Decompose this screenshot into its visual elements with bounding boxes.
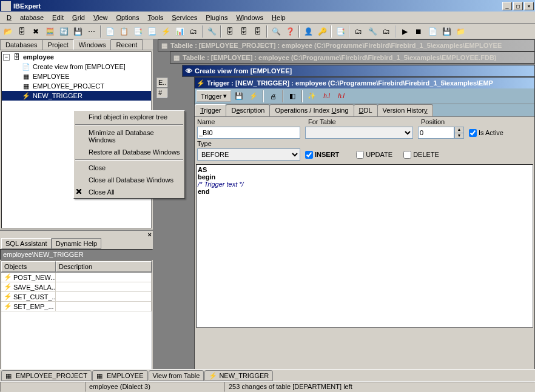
isactive-checkbox[interactable] [469, 129, 477, 137]
toolbar-button-6[interactable]: ⋯ [85, 25, 98, 38]
menu-services[interactable]: Services [167, 13, 201, 22]
minimize-button[interactable]: _ [502, 2, 512, 10]
close-button[interactable]: × [524, 2, 534, 10]
list-item[interactable]: ⚡POST_NEW... [1, 273, 56, 282]
btab-employee[interactable]: ▦EMPLOYEE [92, 370, 148, 381]
trigger-menu-button[interactable]: Trigger ▾ [197, 90, 231, 102]
ctx-restore-all[interactable]: Restore all Database Windows [74, 146, 184, 158]
tree-item[interactable]: ▦ EMPLOYEE [2, 71, 151, 81]
toolbar-button-9[interactable]: 📋 [117, 25, 130, 38]
toolbar-button-20[interactable]: 🗄 [251, 25, 264, 38]
toolbar-button-30[interactable]: 🗂 [352, 25, 365, 38]
list-item[interactable]: ⚡SAVE_SALA... [1, 282, 56, 291]
mdi-window[interactable]: 👁Create view from [EMPLOYEE] [182, 65, 535, 77]
mdi-window[interactable]: ▦Tabelle : [EMPLOYEE] : employee (C:\Pro… [170, 51, 535, 64]
toolbar-button-5[interactable]: 💾 [71, 25, 84, 38]
menu-plugins[interactable]: Plugins [201, 13, 232, 22]
toolbar-button-28[interactable]: 📑 [334, 25, 347, 38]
spin-up-icon[interactable]: ▲ [455, 127, 463, 133]
toolbar-button-25[interactable]: 👤 [301, 25, 315, 38]
toolbar-button-37[interactable]: 💾 [440, 25, 453, 38]
menu-windows[interactable]: Windows [232, 13, 268, 22]
menu-edit[interactable]: Edit [48, 13, 68, 22]
toolbar-button-38[interactable]: 📁 [454, 25, 467, 38]
ctx-close[interactable]: Close [74, 162, 184, 174]
toolbar-button-10[interactable]: 📑 [131, 25, 144, 38]
insert-checkbox[interactable] [305, 151, 313, 159]
tree-item[interactable]: ▦ EMPLOYEE_PROJECT [2, 81, 151, 91]
print-icon[interactable]: 🖨 [266, 90, 280, 103]
toolbar-button-26[interactable]: 🔑 [315, 25, 329, 38]
toolbar-button-2[interactable]: ✖ [29, 25, 42, 38]
name-input[interactable] [197, 127, 300, 139]
tab-description[interactable]: Description [226, 104, 270, 116]
tab-ddl[interactable]: DDL [354, 104, 378, 116]
h1-icon[interactable]: h.l [320, 90, 333, 103]
delete-checkbox[interactable] [403, 151, 411, 159]
toolbar-button-22[interactable]: 🔍 [269, 25, 283, 38]
menu-database[interactable]: Database [2, 13, 48, 22]
compile-icon[interactable]: ⚡ [247, 90, 260, 103]
save-icon[interactable]: 💾 [232, 90, 246, 103]
tree-item-selected[interactable]: ⚡ NEW_TRIGGER [2, 91, 151, 101]
menu-view[interactable]: View [89, 13, 112, 22]
tab-dynamic-help[interactable]: Dynamic Help [52, 238, 101, 249]
toolbar-button-36[interactable]: 📄 [426, 25, 439, 38]
type-select[interactable]: BEFORE [197, 148, 300, 161]
tab-trigger[interactable]: Trigger [195, 104, 226, 116]
menu-tools[interactable]: Tools [143, 13, 167, 22]
menu-options[interactable]: Options [112, 13, 144, 22]
toolbar-button-4[interactable]: 🔄 [57, 25, 70, 38]
toolbar-button-18[interactable]: 🗄 [223, 25, 237, 38]
ctx-close-all[interactable]: 🗙Close All [74, 186, 184, 198]
menu-grid[interactable]: Grid [68, 13, 89, 22]
toolbar-button-31[interactable]: 🔧 [366, 25, 379, 38]
panel-close-icon[interactable]: × [0, 231, 153, 238]
code-editor[interactable]: AS begin /* Trigger text */ end [196, 164, 533, 328]
toolbar-button-11[interactable]: 📃 [145, 25, 158, 38]
list-item[interactable]: ⚡SET_EMP_... [1, 302, 56, 311]
fortable-select[interactable] [305, 127, 413, 139]
toolbar-button-35[interactable]: ⏹ [412, 25, 425, 38]
col-objects[interactable]: Objects [1, 261, 56, 272]
toolbar-button-1[interactable]: 🗄 [15, 25, 29, 38]
toolbar-button-3[interactable]: 🧮 [43, 25, 56, 38]
col-description[interactable]: Description [56, 261, 152, 272]
sql-grid[interactable]: Objects Description ⚡POST_NEW... ⚡SAVE_S… [1, 261, 152, 379]
collapse-icon[interactable]: − [3, 54, 10, 61]
mdi-window[interactable]: ▦Tabelle : [EMPLOYEE_PROJECT] : employee… [158, 39, 535, 51]
maximize-button[interactable]: □ [513, 2, 523, 10]
tab-project[interactable]: Project [42, 39, 74, 50]
toolbar-button-23[interactable]: ❓ [283, 25, 297, 38]
toolbar-button-8[interactable]: 📄 [103, 25, 116, 38]
toolbar-button-14[interactable]: 🗂 [187, 25, 200, 38]
toolbar-button-16[interactable]: 🔧 [205, 25, 218, 38]
ctx-close-all-db[interactable]: Close all Database Windows [74, 174, 184, 186]
menu-help[interactable]: Help [268, 13, 290, 22]
btab-employee-project[interactable]: ▦EMPLOYEE_PROJECT [1, 370, 92, 381]
ctx-minimize-all[interactable]: Minimize all Database Windows [74, 127, 184, 146]
trigger-window-title[interactable]: ⚡ Trigger : [NEW_TRIGGER] : employee (C:… [195, 78, 534, 88]
tab-operations[interactable]: Operations / Index Using [269, 104, 354, 116]
spin-down-icon[interactable]: ▼ [455, 133, 463, 139]
tree-root[interactable]: − 🗄 employee [2, 52, 151, 62]
list-item[interactable]: ⚡SET_CUST_... [1, 292, 56, 301]
tab-sql-assistant[interactable]: SQL Assistant [1, 238, 52, 249]
wand-icon[interactable]: ✨ [305, 90, 318, 103]
tree-item[interactable]: 📄 Create view from [EMPLOYEE] [2, 62, 151, 71]
tab-version[interactable]: Version History [377, 104, 433, 116]
tab-windows[interactable]: Windows [73, 39, 112, 50]
tab-databases[interactable]: Databases [0, 39, 43, 50]
tab-recent[interactable]: Recent [110, 39, 143, 50]
toggle-icon[interactable]: ◧ [286, 90, 299, 103]
ctx-find-object[interactable]: Find object in explorer tree [74, 111, 184, 123]
toolbar-button-34[interactable]: ▶ [398, 25, 411, 38]
update-checkbox[interactable] [356, 151, 364, 159]
toolbar-button-19[interactable]: 🗄 [237, 25, 251, 38]
toolbar-button-13[interactable]: 📊 [173, 25, 186, 38]
btab-view[interactable]: View from Table [149, 370, 204, 381]
toolbar-button-32[interactable]: 🗂 [380, 25, 393, 38]
toolbar-button-0[interactable]: 📂 [1, 25, 15, 38]
btab-new-trigger[interactable]: ⚡NEW_TRIGGER [204, 370, 273, 381]
position-input[interactable] [418, 127, 454, 139]
